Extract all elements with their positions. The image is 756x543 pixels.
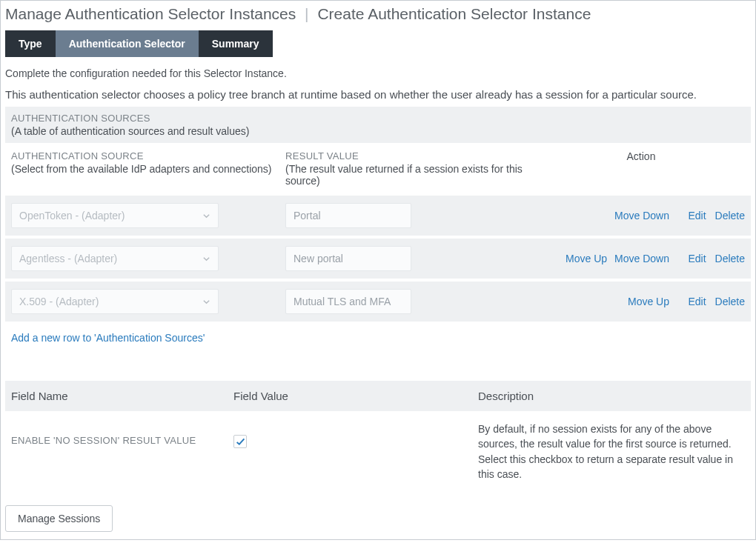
breadcrumb-separator: |: [300, 5, 313, 22]
delete-link[interactable]: Delete: [715, 296, 745, 307]
check-icon: [236, 437, 245, 447]
auth-source-row: Agentless - (Adapter)New portalMove UpMo…: [5, 239, 751, 279]
tab-summary[interactable]: Summary: [199, 30, 273, 57]
auth-sources-subtitle: (A table of authentication sources and r…: [11, 125, 745, 137]
helper-text-1: Complete the configuration needed for th…: [1, 57, 755, 84]
breadcrumb-part-2: Create Authentication Selector Instance: [317, 5, 591, 22]
result-value-input[interactable]: New portal: [285, 246, 411, 271]
auth-source-select[interactable]: X.509 - (Adapter): [11, 289, 219, 314]
field-desc-no-session: By default, if no session exists for any…: [478, 422, 745, 482]
col-action-label: Action: [537, 150, 745, 162]
field-name-no-session: ENABLE 'NO SESSION' RESULT VALUE: [11, 422, 233, 446]
move-up-link[interactable]: Move Up: [566, 253, 607, 264]
col-result-value-sub: (The result value returned if a session …: [285, 163, 537, 187]
auth-source-select[interactable]: Agentless - (Adapter): [11, 246, 219, 271]
auth-source-row: X.509 - (Adapter)Mutual TLS and MFAMove …: [5, 282, 751, 322]
auth-sources-columns: AUTHENTICATION SOURCE (Select from the a…: [5, 143, 751, 196]
breadcrumb-part-1: Manage Authentication Selector Instances: [5, 5, 296, 22]
breadcrumb: Manage Authentication Selector Instances…: [1, 1, 755, 26]
col-result-value-label: RESULT VALUE: [285, 150, 537, 161]
tab-authentication-selector[interactable]: Authentication Selector: [56, 30, 199, 57]
move-down-link[interactable]: Move Down: [614, 210, 669, 221]
result-value-input[interactable]: Mutual TLS and MFA: [285, 289, 411, 314]
move-up-link[interactable]: Move Up: [628, 296, 669, 307]
chevron-down-icon: [202, 212, 210, 220]
col-auth-source-label: AUTHENTICATION SOURCE: [11, 150, 285, 161]
delete-link[interactable]: Delete: [715, 210, 745, 221]
tab-type[interactable]: Type: [5, 30, 56, 57]
field-table-header: Field Name Field Value Description: [5, 381, 751, 411]
auth-sources-section-header: AUTHENTICATION SOURCES (A table of authe…: [5, 107, 751, 143]
enable-no-session-checkbox[interactable]: [233, 435, 247, 448]
field-head-desc: Description: [478, 390, 745, 402]
move-down-link[interactable]: Move Down: [614, 253, 669, 264]
field-row-no-session: ENABLE 'NO SESSION' RESULT VALUE By defa…: [5, 411, 751, 490]
auth-sources-title: AUTHENTICATION SOURCES: [11, 113, 745, 124]
auth-source-value: OpenToken - (Adapter): [19, 210, 125, 221]
chevron-down-icon: [202, 298, 210, 306]
edit-link[interactable]: Edit: [688, 253, 706, 264]
result-value-text: New portal: [294, 253, 343, 264]
field-head-name: Field Name: [11, 390, 233, 402]
edit-link[interactable]: Edit: [688, 296, 706, 307]
auth-source-select[interactable]: OpenToken - (Adapter): [11, 203, 219, 228]
result-value-text: Portal: [294, 210, 321, 221]
add-row-link[interactable]: Add a new row to 'Authentication Sources…: [1, 324, 755, 351]
result-value-input[interactable]: Portal: [285, 203, 411, 228]
col-auth-source-sub: (Select from the available IdP adapters …: [11, 163, 285, 175]
auth-source-row: OpenToken - (Adapter)PortalMove DownEdit…: [5, 196, 751, 236]
field-head-value: Field Value: [233, 390, 478, 402]
auth-source-value: X.509 - (Adapter): [19, 296, 99, 307]
auth-source-value: Agentless - (Adapter): [19, 253, 117, 264]
delete-link[interactable]: Delete: [715, 253, 745, 264]
manage-sessions-button[interactable]: Manage Sessions: [5, 505, 113, 532]
chevron-down-icon: [202, 255, 210, 263]
helper-text-2: This authentication selector chooses a p…: [1, 84, 755, 107]
result-value-text: Mutual TLS and MFA: [294, 296, 391, 307]
wizard-tabs: Type Authentication Selector Summary: [5, 30, 751, 57]
edit-link[interactable]: Edit: [688, 210, 706, 221]
